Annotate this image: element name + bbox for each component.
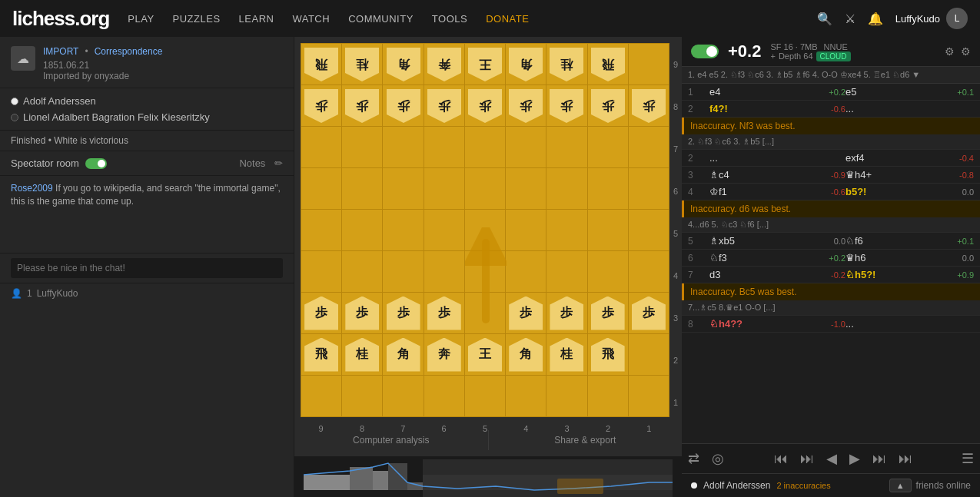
move-7-white[interactable]: d3 [709, 269, 799, 280]
move-1-white-score: +0.2 [799, 88, 845, 97]
bottom-player-name: Adolf Anderssen [703, 480, 770, 491]
move-2-white[interactable]: f4?! [709, 103, 799, 114]
move-row-4: 4 ♔f1 -0.6 b5?! 0.0 [682, 184, 980, 200]
right-panel: +0.2 SF 16 · 7MB NNUE + Depth 64 CLOUD ⚙… [682, 37, 980, 497]
engine-toggle[interactable] [691, 45, 719, 58]
chat-messages: Rose2009 If you go to wikipedia, and sea… [0, 176, 294, 253]
inaccuracy-count: 2 inaccuracies [776, 481, 830, 490]
chat-input[interactable] [11, 258, 283, 278]
chat-tabs: Spectator room Notes ✏ [0, 151, 294, 176]
move-4-white[interactable]: ♔f1 [709, 186, 799, 197]
username-label: LuffyKudo [895, 13, 940, 25]
chat-username: Rose2009 [11, 183, 53, 194]
move-1-black[interactable]: e5 [845, 86, 935, 98]
engine-bar: +0.2 SF 16 · 7MB NNUE + Depth 64 CLOUD ⚙… [682, 37, 980, 67]
move-2b-white[interactable]: ... [709, 152, 799, 164]
move-6-white-score: +0.2 [799, 253, 845, 263]
gear2-icon[interactable]: ⚙ [961, 45, 971, 58]
online-username: LuffyKudo [37, 288, 78, 299]
move-3-white-score: -0.9 [799, 171, 845, 180]
cloud-badge: CLOUD [816, 51, 851, 61]
cross-swords-icon[interactable]: ⚔ [845, 12, 855, 26]
flip-board-btn[interactable]: ⇄ [688, 450, 699, 467]
inaccuracy-line-1: 2. ♘f3 ♘c6 3. ♗b5 [...] [682, 134, 980, 150]
nav-play[interactable]: PLAY [128, 13, 154, 25]
nav-learn[interactable]: LEARN [239, 13, 274, 25]
import-link[interactable]: IMPORT [43, 46, 78, 57]
next-chapter-btn[interactable]: ⏭ [872, 451, 886, 467]
move-5-black[interactable]: ♘f6 [845, 235, 935, 247]
move-1-white[interactable]: e4 [709, 86, 799, 98]
svg-rect-9 [423, 475, 673, 490]
bottom-player-dot [691, 482, 697, 489]
prev-chapter-btn[interactable]: ⏭ [800, 451, 814, 467]
inaccuracy-line-3: 7...♗c5 8.♛e1 O-O [...] [682, 300, 980, 316]
move-2-black[interactable]: ... [845, 103, 935, 114]
avatar: L [946, 8, 968, 29]
site-logo[interactable]: lichess.org [12, 7, 109, 31]
top-navigation: lichess.org PLAY PUZZLES LEARN WATCH COM… [0, 0, 980, 37]
move-8-white[interactable]: ♘h4?? [709, 318, 799, 330]
move-row-6: 6 ♘f3 +0.2 ♛h6 0.0 [682, 250, 980, 267]
svg-rect-6 [388, 463, 407, 490]
nav-tools[interactable]: TOOLS [432, 13, 467, 25]
spectator-toggle[interactable] [85, 158, 107, 169]
board-container: 飛桂角奔王角桂飛歩歩歩歩歩歩歩歩歩歩歩歩歩歩歩歩歩飛桂角奔王角桂飛 [294, 37, 682, 424]
move-4-black-score: 0.0 [935, 187, 974, 197]
shogi-board: 飛桂角奔王角桂飛歩歩歩歩歩歩歩歩歩歩歩歩歩歩歩歩歩飛桂角奔王角桂飛 [301, 43, 669, 417]
engine-info: SF 16 · 7MB NNUE + Depth 64 CLOUD [770, 42, 935, 61]
chat-input-row [0, 253, 294, 283]
move-5-white-score: 0.0 [799, 237, 845, 246]
user-menu[interactable]: LuffyKudo L [895, 8, 968, 29]
move-num-6: 6 [688, 253, 709, 263]
move-6-black[interactable]: ♛h6 [845, 252, 935, 263]
move-4-black[interactable]: b5?! [845, 186, 935, 197]
move-num-7: 7 [688, 270, 709, 280]
nav-donate[interactable]: DONATE [486, 13, 529, 25]
spectator-tab[interactable]: Spectator room [0, 151, 228, 175]
nav-watch[interactable]: WATCH [292, 13, 330, 25]
game-import: Imported by onyxade [43, 71, 162, 81]
svg-rect-5 [373, 471, 388, 490]
target-icon-btn[interactable]: ◎ [712, 450, 724, 467]
notification-bell-icon[interactable]: 🔔 [868, 12, 883, 26]
correspondence-link[interactable]: Correspondence [95, 46, 163, 57]
settings-icon[interactable]: ⚙ [945, 45, 955, 58]
rank-labels: 9 8 7 6 5 4 3 2 1 [669, 43, 682, 424]
move-row-2: 2 f4?! -0.6 ... [682, 101, 980, 118]
black-dot [11, 114, 18, 121]
move-7-white-score: -0.2 [799, 270, 845, 280]
move-7-black[interactable]: ♘h5?! [845, 269, 935, 280]
move-8-white-score: -1.0 [799, 320, 845, 329]
friends-toggle-btn[interactable]: ▲ [889, 479, 912, 492]
move-2b-black[interactable]: exf4 [845, 152, 935, 164]
move-3-black[interactable]: ♛h4+ [845, 169, 935, 181]
nnue-label: NNUE [824, 42, 848, 51]
notes-tab[interactable]: Notes ✏ [228, 151, 294, 175]
prev-move-btn[interactable]: ▶ [826, 450, 837, 467]
online-icon: 👤 [11, 288, 22, 299]
friends-bar: ▲ friends online [889, 479, 971, 492]
move-8-black[interactable]: ... [845, 318, 935, 330]
analysis-bar-container [294, 456, 682, 497]
friends-label: friends online [916, 480, 971, 491]
left-panel: ☁ IMPORT • Correspondence 1851.06.21 Imp… [0, 37, 294, 497]
move-num-2b: 2 [688, 153, 709, 164]
nav-puzzles[interactable]: PUZZLES [173, 13, 221, 25]
move-num-2: 2 [688, 104, 709, 114]
nav-community[interactable]: COMMUNITY [348, 13, 414, 25]
next-move-btn[interactable]: ▶ [849, 450, 860, 467]
move-5-white[interactable]: ♗xb5 [709, 235, 799, 247]
search-icon[interactable]: 🔍 [817, 12, 832, 26]
move-num-4: 4 [688, 187, 709, 197]
move-6-white[interactable]: ♘f3 [709, 252, 799, 263]
first-move-btn[interactable]: ⏮ [774, 451, 788, 467]
move-3-white[interactable]: ♗c4 [709, 169, 799, 181]
analysis-pane[interactable]: 1 e4 +0.2 e5 +0.1 2 f4?! -0.6 ... Inaccu… [682, 84, 980, 443]
inaccuracy-line-2: 4...d6 5. ♘c3 ♘f6 [...] [682, 217, 980, 233]
move-num-1: 1 [688, 87, 709, 98]
move-row-8: 8 ♘h4?? -1.0 ... [682, 316, 980, 333]
menu-btn[interactable]: ☰ [962, 450, 974, 467]
player-black-row: Lionel Adalbert Bagration Felix Kieserit… [11, 109, 283, 125]
last-move-btn[interactable]: ⏭ [899, 451, 912, 467]
